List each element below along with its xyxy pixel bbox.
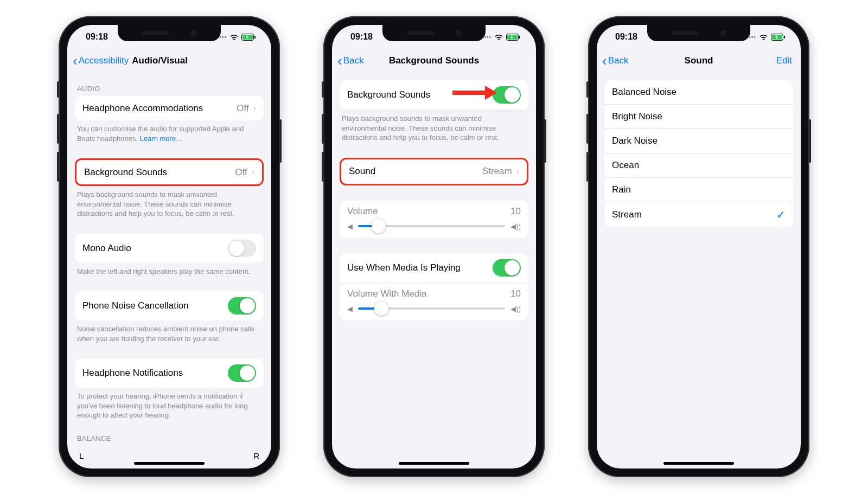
row-label: Mono Audio — [82, 243, 228, 254]
row-label: Use When Media Is Playing — [347, 262, 493, 273]
sound-row[interactable]: Sound Stream › — [341, 159, 527, 184]
option-label: Bright Noise — [612, 111, 786, 122]
volume-slider[interactable] — [358, 225, 505, 227]
battery-charging-icon — [506, 34, 521, 41]
sound-option-row[interactable]: Dark Noise — [604, 129, 793, 153]
row-label: Background Sounds — [347, 89, 493, 100]
screen-2: 09:18 •••• ‹ Back Background Sounds Back… — [332, 25, 536, 469]
screen-3: 09:18 •••• ‹ Back Sound Edit Balanced No… — [597, 25, 801, 469]
nav-bar: ‹ Back Sound Edit — [597, 49, 801, 73]
chevron-left-icon: ‹ — [602, 54, 607, 68]
page-title: Background Sounds — [389, 55, 479, 66]
option-label: Stream — [612, 209, 776, 220]
option-label: Balanced Noise — [612, 87, 786, 98]
footer-text: Make the left and right speakers play th… — [67, 263, 271, 277]
notch — [647, 25, 750, 41]
mono-audio-toggle[interactable] — [228, 240, 256, 257]
use-when-media-toggle[interactable] — [493, 259, 521, 277]
settings-content[interactable]: AUDIO Headphone Accommodations Off › You… — [67, 73, 271, 469]
sound-options-list: Balanced NoiseBright NoiseDark NoiseOcea… — [604, 80, 793, 227]
footer-text: Noise cancellation reduces ambient noise… — [67, 320, 271, 343]
headphone-accommodations-row[interactable]: Headphone Accommodations Off › — [75, 96, 264, 120]
balance-right: R — [253, 451, 259, 460]
settings-content[interactable]: Balanced NoiseBright NoiseDark NoiseOcea… — [597, 73, 801, 469]
headphone-notifications-row[interactable]: Headphone Notifications — [75, 358, 264, 388]
sound-option-row[interactable]: Rain — [604, 178, 793, 202]
status-time: 09:18 — [615, 32, 637, 42]
svg-rect-2 — [254, 36, 256, 39]
row-value: Off — [235, 167, 247, 178]
section-header-audio: AUDIO — [67, 73, 271, 96]
phone-noise-cancellation-row[interactable]: Phone Noise Cancellation — [75, 291, 264, 320]
edit-button[interactable]: Edit — [776, 55, 795, 66]
back-button[interactable]: ‹ Back — [337, 54, 363, 68]
wifi-icon — [229, 34, 239, 40]
use-when-media-row[interactable]: Use When Media Is Playing — [340, 253, 528, 283]
learn-more-link[interactable]: Learn more… — [140, 134, 183, 143]
option-label: Ocean — [612, 160, 786, 171]
checkmark-icon: ✓ — [776, 208, 786, 221]
phone-frame-3: 09:18 •••• ‹ Back Sound Edit Balanced No… — [588, 16, 809, 477]
svg-rect-9 — [784, 36, 785, 39]
speaker-low-icon: ◀ — [347, 305, 353, 313]
back-label: Accessibility — [79, 55, 129, 66]
home-indicator[interactable] — [134, 462, 205, 465]
svg-rect-5 — [519, 36, 520, 39]
status-time: 09:18 — [350, 32, 373, 42]
background-sounds-highlight: Background Sounds Off › — [75, 158, 264, 186]
row-label: Background Sounds — [84, 167, 235, 178]
volume-down — [586, 152, 589, 182]
volume-slider-row[interactable]: Volume 10 ◀ ◀)) — [340, 201, 528, 238]
footer-text: Plays background sounds to mask unwanted… — [67, 186, 271, 219]
row-value: Off — [237, 103, 248, 114]
mono-audio-row[interactable]: Mono Audio — [75, 234, 264, 263]
volume-up — [586, 114, 589, 144]
screen-1: 09:18 •••• ‹ Accessibility Audio/Visual … — [67, 25, 271, 469]
row-label: Headphone Notifications — [82, 368, 228, 378]
headphone-notifications-toggle[interactable] — [228, 364, 256, 382]
phone-frame-2: 09:18 •••• ‹ Back Background Sounds Back… — [323, 16, 545, 477]
mute-switch — [322, 81, 324, 98]
background-sounds-toggle-row[interactable]: Background Sounds — [340, 80, 528, 110]
slider-value: 10 — [510, 288, 521, 299]
speaker-low-icon: ◀ — [347, 222, 353, 230]
volume-with-media-slider-row[interactable]: Volume With Media 10 ◀ ◀)) — [340, 283, 528, 320]
back-button[interactable]: ‹ Back — [602, 54, 628, 68]
page-title: Audio/Visual — [132, 55, 188, 66]
settings-content[interactable]: Background Sounds Plays background sound… — [332, 73, 536, 469]
slider-value: 10 — [510, 206, 521, 217]
wifi-icon — [494, 34, 503, 40]
balance-labels: L R — [67, 446, 271, 460]
notch — [118, 25, 221, 41]
home-indicator[interactable] — [399, 462, 469, 465]
mute-switch — [57, 81, 59, 98]
noise-cancellation-toggle[interactable] — [228, 297, 256, 315]
battery-charging-icon — [241, 34, 256, 41]
slider-label: Volume — [347, 206, 378, 217]
section-header-balance: BALANCE — [67, 420, 271, 446]
chevron-right-icon: › — [253, 104, 256, 113]
background-sounds-toggle[interactable] — [493, 86, 521, 104]
volume-up — [322, 114, 324, 144]
phone-frame-1: 09:18 •••• ‹ Accessibility Audio/Visual … — [59, 16, 280, 477]
sound-option-row[interactable]: Ocean — [604, 153, 793, 178]
home-indicator[interactable] — [663, 462, 734, 465]
volume-down — [57, 152, 59, 182]
back-label: Back — [343, 55, 364, 66]
volume-with-media-slider[interactable] — [358, 307, 505, 310]
footer-text: To protect your hearing, iPhone sends a … — [67, 388, 271, 420]
sound-option-row[interactable]: Bright Noise — [604, 105, 793, 129]
sound-option-row[interactable]: Balanced Noise — [604, 80, 793, 105]
speaker-high-icon: ◀)) — [510, 222, 521, 230]
chevron-left-icon: ‹ — [337, 54, 342, 68]
background-sounds-row[interactable]: Background Sounds Off › — [76, 160, 262, 184]
row-label: Headphone Accommodations — [82, 103, 237, 114]
row-label: Phone Noise Cancellation — [82, 300, 228, 311]
nav-bar: ‹ Back Background Sounds — [332, 49, 536, 73]
row-label: Sound — [349, 166, 482, 177]
mute-switch — [586, 81, 589, 98]
sound-row-highlight: Sound Stream › — [340, 158, 528, 185]
back-button[interactable]: ‹ Accessibility — [73, 54, 129, 68]
sound-option-row[interactable]: Stream✓ — [604, 202, 793, 227]
page-title: Sound — [685, 55, 713, 66]
